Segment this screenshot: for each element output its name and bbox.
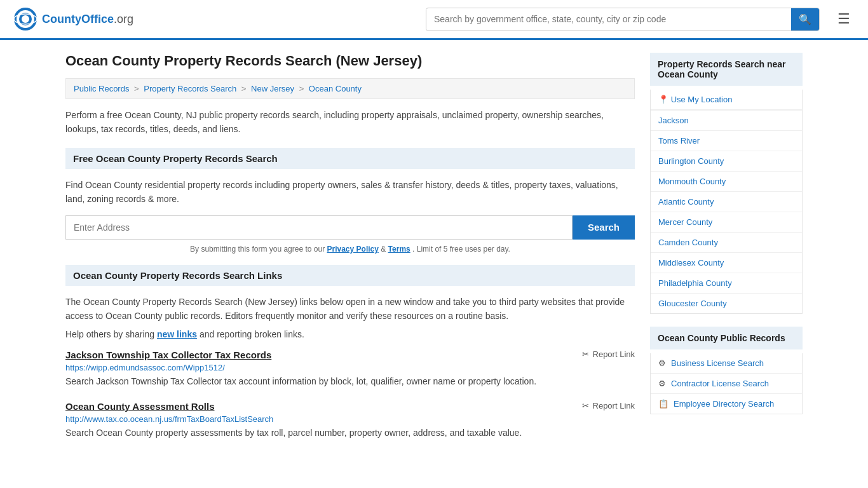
free-search-description: Find Ocean County residential property r… — [65, 178, 635, 207]
use-my-location-link[interactable]: 📍 Use My Location — [651, 90, 802, 110]
sidebar: Property Records Search near Ocean Count… — [650, 53, 803, 452]
sidebar-link-burlington-county[interactable]: Burlington County — [651, 151, 802, 171]
sidebar-item-jackson: Jackson — [651, 111, 802, 131]
logo-text: CountyOffice.org — [42, 13, 133, 26]
sidebar-link-business-license[interactable]: ⚙ Business License Search — [651, 353, 802, 373]
header-search-input[interactable] — [426, 9, 791, 29]
report-link-button-2[interactable]: ✂ Report Link — [582, 401, 635, 410]
sidebar-public-records-header: Ocean County Public Records — [650, 327, 803, 349]
free-search-header: Free Ocean County Property Records Searc… — [65, 148, 635, 169]
sidebar-link-atlantic-county[interactable]: Atlantic County — [651, 192, 802, 212]
page-description: Perform a free Ocean County, NJ public p… — [65, 108, 635, 137]
report-link-button-1[interactable]: ✂ Report Link — [582, 349, 635, 359]
sidebar-link-middlesex-county[interactable]: Middlesex County — [651, 253, 802, 273]
links-section-header: Ocean County Property Records Search Lin… — [65, 265, 635, 286]
form-disclaimer: By submitting this form you agree to our… — [65, 245, 635, 254]
record-item-desc-1: Search Jackson Township Tax Collector ta… — [65, 375, 635, 388]
breadcrumb-property-records-search[interactable]: Property Records Search — [144, 84, 236, 93]
sidebar-item-gloucester-county: Gloucester County — [651, 294, 802, 313]
breadcrumb: Public Records > Property Records Search… — [65, 78, 635, 99]
location-icon: 📍 — [658, 95, 668, 104]
sidebar-item-employee-directory: 📋 Employee Directory Search — [651, 394, 802, 414]
sidebar-item-burlington-county: Burlington County — [651, 151, 802, 172]
sidebar-item-monmouth-county: Monmouth County — [651, 172, 802, 192]
hamburger-menu-button[interactable]: ☰ — [832, 8, 855, 30]
employee-directory-icon: 📋 — [658, 399, 668, 409]
sidebar-nearby-links: 📍 Use My Location Jackson Toms River Bur… — [650, 90, 803, 314]
sidebar-item-mercer-county: Mercer County — [651, 212, 802, 233]
record-item: Jackson Township Tax Collector Tax Recor… — [65, 349, 635, 388]
breadcrumb-new-jersey[interactable]: New Jersey — [251, 84, 294, 93]
breadcrumb-sep-2: > — [241, 84, 248, 93]
hamburger-icon: ☰ — [837, 11, 850, 27]
sidebar-public-records-links: ⚙ Business License Search ⚙ Contractor L… — [650, 353, 803, 414]
address-input[interactable] — [65, 215, 573, 240]
record-item-2: Ocean County Assessment Rolls ✂ Report L… — [65, 401, 635, 440]
header-search-button[interactable]: 🔍 — [791, 8, 819, 30]
report-link-icon-2: ✂ — [582, 401, 589, 410]
site-logo[interactable]: CountyOffice.org — [13, 6, 133, 32]
business-license-icon: ⚙ — [658, 358, 666, 368]
sidebar-link-philadelphia-county[interactable]: Philadelphia County — [651, 273, 802, 293]
privacy-policy-link[interactable]: Privacy Policy — [327, 245, 379, 254]
record-item-url-1[interactable]: https://wipp.edmundsassoc.com/Wipp1512/ — [65, 363, 635, 372]
links-section: Ocean County Property Records Search Lin… — [65, 265, 635, 440]
sidebar-link-contractor-license[interactable]: ⚙ Contractor License Search — [651, 374, 802, 393]
sidebar-link-jackson[interactable]: Jackson — [651, 111, 802, 130]
sidebar-item-business-license: ⚙ Business License Search — [651, 353, 802, 374]
record-item-title-2[interactable]: Ocean County Assessment Rolls — [65, 401, 215, 412]
address-search-button[interactable]: Search — [573, 215, 635, 240]
address-search-row: Search — [65, 215, 635, 240]
sidebar-item-philadelphia-county: Philadelphia County — [651, 273, 802, 294]
record-item-desc-2: Search Ocean County property assessments… — [65, 426, 635, 440]
sidebar-link-gloucester-county[interactable]: Gloucester County — [651, 294, 802, 313]
breadcrumb-public-records[interactable]: Public Records — [74, 84, 129, 93]
new-links-link[interactable]: new links — [157, 329, 197, 339]
sidebar-item-toms-river: Toms River — [651, 131, 802, 151]
record-item-header-2: Ocean County Assessment Rolls ✂ Report L… — [65, 401, 635, 412]
page-title: Ocean County Property Records Search (Ne… — [65, 53, 635, 69]
search-icon: 🔍 — [799, 14, 811, 25]
sidebar-link-employee-directory[interactable]: 📋 Employee Directory Search — [651, 394, 802, 414]
sidebar-nearby-section: Property Records Search near Ocean Count… — [650, 53, 803, 314]
sidebar-link-monmouth-county[interactable]: Monmouth County — [651, 172, 802, 191]
sidebar-item-middlesex-county: Middlesex County — [651, 253, 802, 273]
sidebar-use-my-location-item: 📍 Use My Location — [651, 90, 802, 111]
report-link-icon-1: ✂ — [582, 349, 589, 359]
main-layout: Ocean County Property Records Search (Ne… — [53, 40, 815, 465]
sidebar-link-mercer-county[interactable]: Mercer County — [651, 212, 802, 232]
breadcrumb-ocean-county[interactable]: Ocean County — [309, 84, 362, 93]
logo-icon — [13, 6, 38, 32]
sidebar-public-records-section: Ocean County Public Records ⚙ Business L… — [650, 327, 803, 414]
breadcrumb-sep-3: > — [299, 84, 306, 93]
free-search-section: Free Ocean County Property Records Searc… — [65, 148, 635, 254]
sidebar-item-camden-county: Camden County — [651, 233, 802, 253]
svg-point-3 — [22, 15, 29, 23]
share-line: Help others by sharing new links and rep… — [65, 329, 635, 339]
links-description: The Ocean County Property Records Search… — [65, 295, 635, 323]
sidebar-link-toms-river[interactable]: Toms River — [651, 131, 802, 151]
sidebar-item-atlantic-county: Atlantic County — [651, 192, 802, 212]
breadcrumb-sep-1: > — [134, 84, 141, 93]
content-area: Ocean County Property Records Search (Ne… — [65, 53, 635, 452]
record-item-title-1[interactable]: Jackson Township Tax Collector Tax Recor… — [65, 349, 271, 360]
header-search-bar: 🔍 — [426, 8, 820, 31]
record-item-url-2[interactable]: http://www.tax.co.ocean.nj.us/frmTaxBoar… — [65, 414, 635, 424]
sidebar-nearby-header: Property Records Search near Ocean Count… — [650, 53, 803, 86]
terms-link[interactable]: Terms — [388, 245, 410, 254]
contractor-license-icon: ⚙ — [658, 379, 666, 388]
sidebar-link-camden-county[interactable]: Camden County — [651, 233, 802, 252]
sidebar-item-contractor-license: ⚙ Contractor License Search — [651, 374, 802, 394]
site-header: CountyOffice.org 🔍 ☰ — [0, 0, 868, 40]
record-item-header-1: Jackson Township Tax Collector Tax Recor… — [65, 349, 635, 360]
